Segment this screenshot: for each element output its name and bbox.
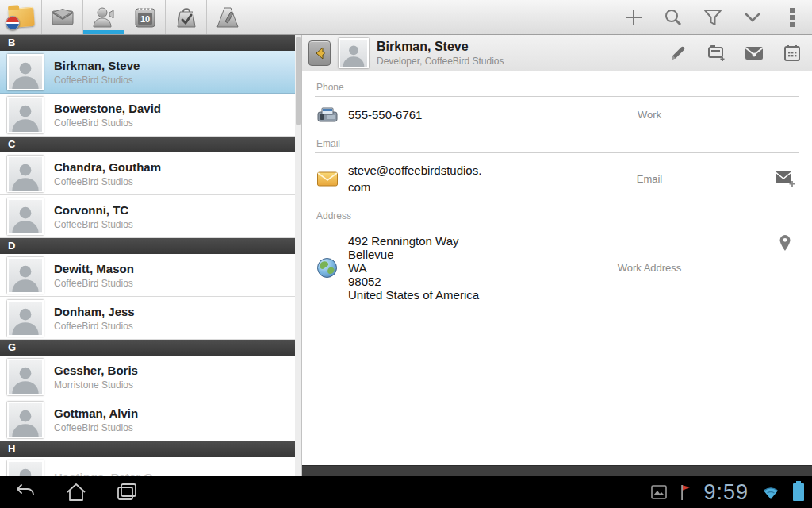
detail-photo bbox=[339, 38, 369, 68]
contact-name: Bowerstone, David bbox=[54, 102, 161, 115]
contact-name: Dewitt, Mason bbox=[54, 262, 134, 275]
fax-phone-icon bbox=[316, 106, 339, 123]
screenshot-notification-icon[interactable] bbox=[651, 485, 667, 499]
contact-name: Gottman, Alvin bbox=[54, 406, 138, 420]
back-arrow-icon bbox=[313, 47, 326, 60]
tab-notes[interactable] bbox=[206, 0, 247, 34]
list-item[interactable]: Chandra, GouthamCoffeeBird Studios bbox=[0, 152, 295, 195]
nav-recents-button[interactable] bbox=[102, 476, 152, 508]
contact-company: CoffeeBird Studios bbox=[54, 176, 161, 187]
section-header: G bbox=[0, 340, 295, 356]
calendar-icon: 10 bbox=[133, 6, 157, 29]
list-item[interactable]: Birkman, SteveCoffeeBird Studios bbox=[0, 51, 295, 94]
email-type: Email bbox=[586, 173, 713, 185]
phone-section-label: Phone bbox=[315, 75, 799, 97]
overflow-dots-icon bbox=[788, 6, 796, 29]
phone-row[interactable]: 555-550-6761 Work bbox=[315, 97, 799, 131]
detail-title: Developer, CoffeeBird Studios bbox=[377, 56, 504, 67]
tab-tasks[interactable] bbox=[165, 0, 206, 34]
wifi-icon[interactable] bbox=[760, 484, 781, 500]
contact-name: Hastings, Peter G bbox=[54, 471, 153, 477]
contact-company: CoffeeBird Studios bbox=[54, 321, 135, 332]
contact-photo bbox=[7, 402, 44, 438]
email-section-label: Email bbox=[315, 131, 799, 153]
schedule-button[interactable] bbox=[782, 43, 802, 64]
battery-icon[interactable] bbox=[793, 483, 804, 501]
contact-company: CoffeeBird Studios bbox=[54, 219, 133, 230]
contact-name: Donham, Jess bbox=[54, 305, 135, 318]
contact-company: CoffeeBird Studios bbox=[54, 117, 161, 129]
list-item[interactable]: Gottman, AlvinCoffeeBird Studios bbox=[0, 398, 295, 441]
tablet-screen: 10 bbox=[0, 0, 812, 508]
add-button[interactable] bbox=[614, 0, 653, 34]
contact-photo bbox=[7, 300, 44, 337]
contact-company: CoffeeBird Studios bbox=[54, 422, 138, 433]
detail-content: Phone 555-550-6761 Work Email steve@coff bbox=[302, 71, 812, 465]
nav-home-icon bbox=[65, 482, 87, 502]
tab-contacts[interactable] bbox=[82, 0, 124, 34]
system-bar: 9:59 bbox=[0, 476, 812, 508]
plus-icon bbox=[623, 7, 644, 28]
list-item[interactable]: Corvonni, TCCoffeeBird Studios bbox=[0, 195, 295, 238]
label-plus-icon bbox=[706, 44, 726, 63]
list-item[interactable]: Bowerstone, DavidCoffeeBird Studios bbox=[0, 94, 295, 137]
overflow-menu-button[interactable] bbox=[772, 0, 812, 34]
envelope-plus-icon bbox=[775, 170, 795, 187]
nav-recents-icon bbox=[115, 482, 139, 502]
filter-button[interactable] bbox=[693, 0, 733, 34]
contact-photo bbox=[7, 97, 44, 133]
add-label-button[interactable] bbox=[706, 43, 726, 64]
folder-logo-icon bbox=[6, 6, 36, 29]
contact-list: B Birkman, SteveCoffeeBird Studios Bower… bbox=[0, 35, 295, 476]
clock[interactable]: 9:59 bbox=[703, 480, 749, 505]
map-button[interactable] bbox=[771, 234, 799, 252]
contact-photo bbox=[7, 460, 44, 477]
address-section-label: Address bbox=[315, 203, 799, 225]
email-row[interactable]: steve@coffeebirdstudios. com Email bbox=[315, 153, 799, 203]
notes-icon bbox=[215, 6, 240, 29]
nav-back-button[interactable] bbox=[0, 476, 51, 508]
compose-email-button[interactable] bbox=[771, 170, 799, 187]
contacts-person-icon bbox=[92, 6, 116, 29]
calendar-grid-icon bbox=[783, 44, 802, 63]
pencil-icon bbox=[668, 44, 688, 63]
contact-company: CoffeeBird Studios bbox=[54, 278, 134, 289]
search-button[interactable] bbox=[653, 0, 693, 34]
back-button[interactable] bbox=[308, 40, 331, 66]
nav-back-icon bbox=[14, 482, 36, 502]
tab-mail[interactable] bbox=[41, 0, 82, 34]
envelope-icon bbox=[744, 44, 764, 62]
contact-photo bbox=[7, 54, 44, 90]
topbar-spacer bbox=[247, 0, 614, 34]
list-item[interactable]: Gessher, BorisMorristone Studios bbox=[0, 356, 295, 398]
list-scrollbar-track[interactable] bbox=[295, 35, 301, 476]
contact-photo bbox=[7, 359, 44, 395]
chevron-down-icon bbox=[742, 7, 763, 28]
detail-name: Birkman, Steve bbox=[377, 40, 504, 54]
list-item[interactable]: Hastings, Peter G bbox=[0, 457, 295, 476]
section-header: H bbox=[0, 441, 295, 457]
edit-button[interactable] bbox=[668, 43, 688, 64]
contact-name: Chandra, Goutham bbox=[54, 160, 161, 174]
contact-photo bbox=[7, 198, 44, 235]
expand-button[interactable] bbox=[733, 0, 772, 34]
contact-photo bbox=[7, 156, 44, 192]
list-item[interactable]: Donham, JessCoffeeBird Studios bbox=[0, 297, 295, 340]
detail-actions bbox=[668, 43, 802, 64]
detail-header: Birkman, Steve Developer, CoffeeBird Stu… bbox=[302, 35, 812, 71]
address-row[interactable]: 492 Rennington Way Bellevue WA 98052 Uni… bbox=[315, 225, 799, 310]
address-type: Work Address bbox=[586, 262, 713, 274]
app-logo[interactable] bbox=[0, 0, 41, 34]
send-mail-button[interactable] bbox=[744, 43, 764, 64]
yellow-envelope-icon bbox=[316, 171, 339, 187]
list-scrollbar-thumb[interactable] bbox=[296, 37, 301, 125]
contact-photo bbox=[7, 257, 44, 294]
phone-type: Work bbox=[586, 109, 713, 121]
status-area[interactable]: 9:59 bbox=[651, 480, 812, 505]
flag-notification-icon[interactable] bbox=[679, 483, 691, 501]
list-item[interactable]: Dewitt, MasonCoffeeBird Studios bbox=[0, 254, 295, 297]
globe-icon bbox=[316, 257, 338, 279]
svg-text:10: 10 bbox=[140, 14, 149, 24]
tab-calendar[interactable]: 10 bbox=[124, 0, 165, 34]
nav-home-button[interactable] bbox=[51, 476, 102, 508]
